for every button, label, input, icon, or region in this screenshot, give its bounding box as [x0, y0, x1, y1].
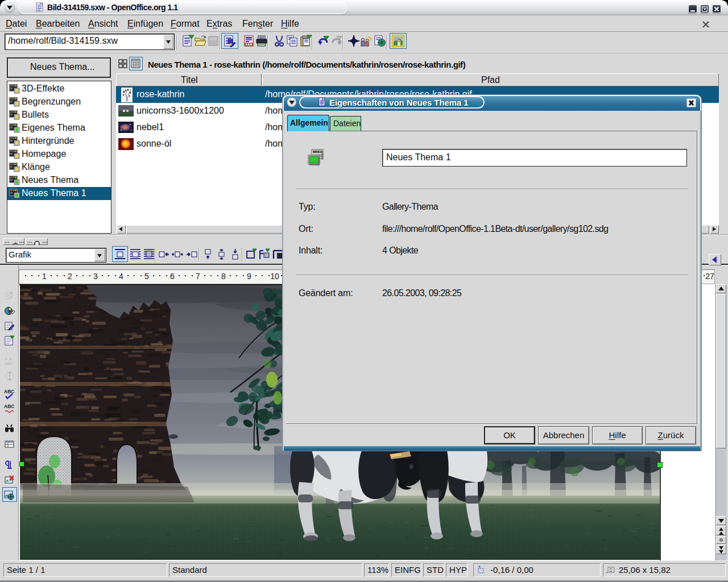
svg-text:ABC: ABC	[4, 389, 14, 394]
svg-text:ABC: ABC	[4, 404, 14, 409]
svg-text:ABC: ABC	[5, 361, 13, 365]
svg-text:A: A	[5, 356, 8, 361]
